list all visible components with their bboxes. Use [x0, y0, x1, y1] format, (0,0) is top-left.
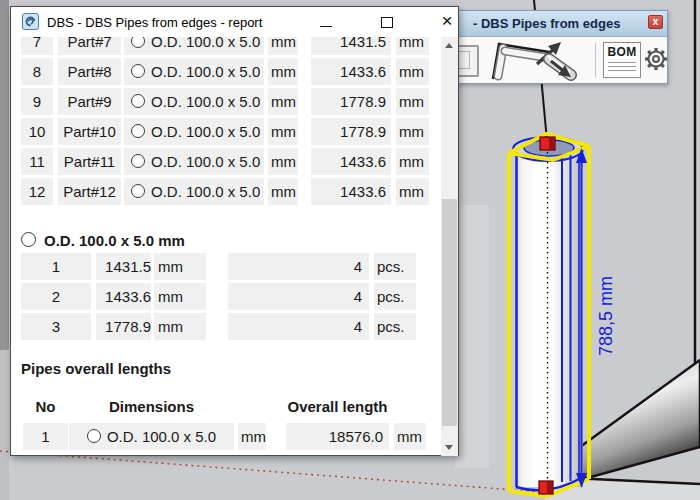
summary-qty: 4: [228, 313, 369, 340]
column-header-dimensions: Dimensions: [69, 393, 234, 420]
pipes-from-edges-icon[interactable]: [483, 39, 587, 81]
summary-qty: 4: [228, 253, 369, 280]
part-dimension: O.D. 100.0 x 5.0: [124, 148, 264, 175]
bom-icon: BOM: [604, 45, 640, 59]
endpoint-marker-top[interactable]: [540, 137, 555, 150]
screenshot-root: { "dialog": { "title": "DBS - DBS Pipes …: [0, 0, 700, 500]
summary-length: 1778.9: [96, 313, 151, 340]
dimension-unit: mm: [268, 118, 298, 145]
dimension-unit: mm: [268, 58, 298, 85]
overall-dimension: O.D. 100.0 x 5.0: [69, 423, 234, 450]
report-content: 7 Part#7 O.D. 100.0 x 5.0 mm 1431.5 mm 8…: [21, 37, 442, 457]
summary-no: 3: [21, 313, 91, 340]
overall-no: 1: [23, 423, 68, 450]
part-name: Part#8: [58, 58, 121, 85]
pipe-section-icon: [131, 37, 145, 48]
part-name: Part#12: [58, 178, 121, 205]
dimension-unit: mm: [268, 37, 298, 55]
endpoint-marker-bottom[interactable]: [539, 481, 553, 494]
minimize-button[interactable]: [311, 11, 341, 33]
summary-length: 1431.5: [96, 253, 151, 280]
part-dimension: O.D. 100.0 x 5.0: [124, 37, 264, 55]
part-no: 11: [21, 148, 53, 175]
summary-length: 1433.6: [96, 283, 151, 310]
part-length: 1433.6: [311, 58, 391, 85]
toolbar-separator: [595, 43, 596, 77]
close-button[interactable]: ×: [432, 11, 462, 33]
summary-unit: mm: [154, 313, 206, 340]
length-unit: mm: [396, 58, 429, 85]
table-row: 12 Part#12 O.D. 100.0 x 5.0 mm 1433.6 mm: [21, 178, 442, 205]
toolbar-body: BOM: [449, 37, 667, 83]
length-unit: mm: [396, 178, 429, 205]
part-no: 12: [21, 178, 53, 205]
dbs-toolbar-window: - DBS Pipes from edges x BOM: [448, 10, 668, 84]
length-unit: mm: [396, 148, 429, 175]
part-name: Part#10: [58, 118, 121, 145]
column-header-spacer: [238, 393, 266, 420]
part-name: Part#9: [58, 88, 121, 115]
overall-length-value: 18576.0: [286, 423, 389, 450]
part-no: 8: [21, 58, 53, 85]
part-length: 1778.9: [311, 88, 391, 115]
dbs-app-icon: [22, 13, 39, 30]
overall-dim-unit: mm: [238, 423, 266, 450]
dialog-title: DBS - DBS Pipes from edges - report: [47, 7, 262, 37]
dialog-titlebar[interactable]: DBS - DBS Pipes from edges - report ×: [11, 7, 458, 37]
scrollbar-thumb[interactable]: [442, 199, 457, 426]
table-row: 10 Part#10 O.D. 100.0 x 5.0 mm 1778.9 mm: [21, 118, 442, 145]
summary-unit: mm: [154, 283, 206, 310]
summary-qty-unit: pcs.: [374, 313, 416, 340]
toolbar-close-x: x: [653, 16, 659, 27]
dimension-unit: mm: [268, 178, 298, 205]
pipe-section-icon: [131, 64, 145, 78]
summary-qty-unit: pcs.: [374, 253, 416, 280]
left-panel-edge-lower: [0, 350, 9, 500]
toolbar-close-button[interactable]: x: [648, 15, 663, 29]
maximize-button[interactable]: [372, 11, 402, 33]
toolbar-titlebar[interactable]: - DBS Pipes from edges x: [449, 11, 667, 37]
part-dimension: O.D. 100.0 x 5.0: [124, 178, 264, 205]
dimension-unit: mm: [268, 148, 298, 175]
table-row-partial: 7 Part#7 O.D. 100.0 x 5.0 mm 1431.5 mm: [21, 37, 442, 55]
part-dimension: O.D. 100.0 x 5.0: [124, 118, 264, 145]
part-length: 1433.6: [311, 148, 391, 175]
pipe-section-icon: [131, 94, 145, 108]
summary-no: 2: [21, 283, 91, 310]
scrollbar-up-arrow[interactable]: [441, 37, 458, 54]
length-unit: mm: [396, 88, 429, 115]
table-row: 11 Part#11 O.D. 100.0 x 5.0 mm 1433.6 mm: [21, 148, 442, 175]
summary-row: 1 1431.5 mm 4 pcs.: [21, 253, 442, 280]
part-name: Part#11: [58, 148, 121, 175]
pipe-section-icon: [87, 429, 101, 443]
part-no: 10: [21, 118, 53, 145]
part-dimension: O.D. 100.0 x 5.0: [124, 88, 264, 115]
toolbar-title: - DBS Pipes from edges: [473, 16, 620, 31]
summary-qty: 4: [228, 283, 369, 310]
dialog-scrollbar[interactable]: [441, 37, 458, 456]
pipe-section-icon: [131, 154, 145, 168]
part-dimension: O.D. 100.0 x 5.0: [124, 58, 264, 85]
column-header-no: No: [23, 393, 68, 420]
dimension-unit: mm: [268, 88, 298, 115]
summary-row: 3 1778.9 mm 4 pcs.: [21, 313, 442, 340]
overall-header-row: No Dimensions Overall length: [21, 393, 442, 420]
part-no: 7: [21, 37, 53, 55]
bom-button[interactable]: BOM: [603, 42, 641, 78]
part-length: 1431.5: [311, 37, 391, 55]
report-dialog: DBS - DBS Pipes from edges - report × 7 …: [10, 6, 459, 456]
overall-length-unit: mm: [394, 423, 426, 450]
length-unit: mm: [396, 37, 429, 55]
part-no: 9: [21, 88, 53, 115]
dimension-label: 788,5 mm: [596, 276, 616, 356]
table-row: 9 Part#9 O.D. 100.0 x 5.0 mm 1778.9 mm: [21, 88, 442, 115]
scrollbar-down-arrow[interactable]: [441, 439, 458, 456]
overall-lengths-heading: Pipes overall lengths: [21, 357, 442, 381]
left-panel-edge: [0, 0, 9, 350]
settings-gear-icon[interactable]: [643, 46, 669, 72]
table-row: 7 Part#7 O.D. 100.0 x 5.0 mm 1431.5 mm: [21, 37, 442, 55]
summary-no: 1: [21, 253, 91, 280]
pipe-body: [514, 150, 583, 487]
pipe-section-icon: [131, 184, 145, 198]
summary-qty-unit: pcs.: [374, 283, 416, 310]
